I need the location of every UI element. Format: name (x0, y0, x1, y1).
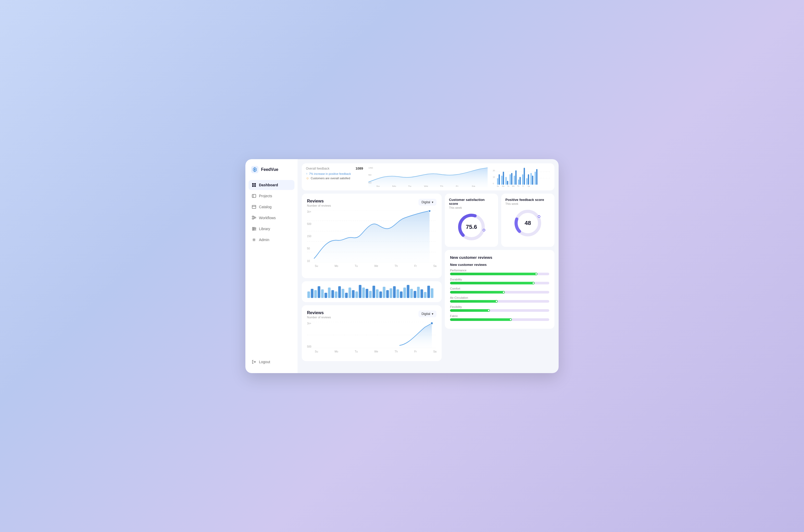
performance-label: Performance (450, 269, 549, 272)
svg-rect-84 (349, 287, 351, 298)
svg-rect-57 (536, 169, 538, 185)
sidebar-item-library[interactable]: Library (248, 224, 295, 234)
reviews-subtitle: Number of reviews (307, 204, 331, 207)
svg-point-21 (254, 239, 255, 240)
rating-comfort: Comfort (450, 287, 549, 293)
sidebar-item-projects[interactable]: Projects (248, 191, 295, 201)
svg-rect-51 (524, 168, 525, 185)
x2-fr: Fr (414, 350, 417, 353)
svg-text:Su: Su (376, 185, 379, 187)
svg-rect-40 (501, 176, 503, 185)
reviews-header-2: Reviews Number of reviews Digital ▾ (307, 310, 436, 319)
svg-rect-77 (324, 293, 327, 298)
right-column: Customer satisfaction score This week (445, 194, 555, 361)
feedback-item-1: ↑ 7% increase in positive feedback (306, 172, 363, 176)
svg-text:0: 0 (493, 183, 494, 185)
reviews-line-chart: 1k+ 500 150 50 10 (307, 210, 436, 273)
svg-rect-55 (532, 176, 533, 185)
digital-dropdown[interactable]: Digital ▾ (418, 199, 436, 206)
sidebar-item-workflows[interactable]: Workflows (248, 213, 295, 223)
svg-rect-94 (383, 287, 385, 298)
rating-flexibility: Flexibility (450, 305, 549, 312)
digital-dropdown-2[interactable]: Digital ▾ (418, 310, 436, 317)
svg-rect-72 (307, 291, 310, 298)
fabric-label: Fabric (450, 315, 549, 318)
svg-rect-105 (420, 289, 423, 298)
svg-rect-13 (254, 217, 256, 218)
top-partial-card: Overall feedback 1089 ↑ 7% increase in p… (302, 163, 555, 190)
performance-bar-fill (450, 273, 537, 275)
top-partial-left: Overall feedback 1089 ↑ 7% increase in p… (306, 167, 363, 181)
svg-text:Tu: Tu (408, 185, 411, 187)
svg-rect-47 (515, 170, 517, 185)
positive-donut: 48 (505, 207, 550, 239)
rating-air-circulation: Air-Circulation (450, 296, 549, 303)
x-th: Th (395, 265, 398, 267)
svg-rect-102 (410, 289, 413, 298)
sidebar-dashboard-label: Dashboard (259, 183, 278, 187)
flexibility-dot (487, 309, 490, 312)
svg-text:10: 10 (493, 176, 495, 178)
x2-su: Su (315, 350, 318, 353)
admin-icon (251, 238, 256, 242)
y2-label-500: 500 (307, 345, 315, 348)
smile-icon: ☺ (306, 176, 309, 180)
svg-rect-38 (497, 178, 498, 185)
svg-rect-42 (505, 177, 507, 185)
svg-rect-53 (528, 174, 529, 185)
svg-rect-108 (431, 288, 433, 298)
svg-rect-80 (335, 291, 337, 298)
feedback-text-2: Customers are overall satisfied (311, 177, 350, 180)
flexibility-bar-bg (450, 309, 549, 312)
main-grid: Reviews Number of reviews Digital ▾ (302, 194, 555, 361)
svg-text:Th: Th (517, 185, 519, 187)
svg-point-71 (428, 210, 431, 212)
svg-rect-101 (407, 285, 409, 298)
svg-text:Fr: Fr (456, 185, 459, 187)
positive-value: 48 (525, 220, 531, 226)
fabric-dot (509, 318, 512, 321)
svg-text:150: 150 (368, 167, 373, 169)
sidebar-item-dashboard[interactable]: Dashboard (248, 180, 295, 190)
svg-rect-6 (252, 185, 254, 187)
svg-rect-39 (499, 174, 500, 185)
svg-point-115 (483, 229, 485, 231)
svg-rect-18 (253, 227, 253, 230)
svg-text:We: We (512, 185, 515, 187)
satisfaction-donut: 75.6 (449, 211, 494, 243)
svg-rect-82 (342, 289, 344, 298)
svg-rect-4 (252, 183, 254, 185)
dropdown-label: Digital (422, 201, 430, 204)
durability-bar-bg (450, 282, 549, 284)
svg-rect-96 (390, 288, 392, 298)
scores-row: Customer satisfaction score This week (445, 194, 555, 247)
svg-rect-73 (311, 289, 314, 298)
satisfaction-title: Customer satisfaction score (449, 198, 494, 206)
reviews-title: Reviews (307, 199, 331, 204)
logout-label: Logout (259, 360, 270, 364)
projects-icon (251, 194, 256, 198)
sidebar-item-catalog[interactable]: Catalog (248, 202, 295, 212)
svg-rect-75 (318, 286, 320, 298)
svg-point-112 (431, 322, 433, 325)
svg-rect-5 (254, 183, 256, 185)
comfort-bar-fill (450, 291, 505, 293)
svg-rect-83 (345, 293, 348, 298)
y-label-150: 150 (307, 235, 314, 238)
fabric-bar-bg (450, 318, 549, 321)
svg-rect-92 (376, 289, 378, 298)
svg-rect-106 (424, 292, 427, 298)
sidebar-item-admin[interactable]: Admin (248, 235, 295, 245)
svg-rect-90 (369, 291, 372, 298)
positive-title: Positive feedback score (505, 198, 550, 202)
svg-rect-50 (522, 174, 523, 185)
x2-we: We (374, 350, 378, 353)
svg-rect-93 (379, 291, 382, 298)
x-fr: Fr (414, 265, 417, 267)
logout-button[interactable]: Logout (248, 357, 295, 367)
library-icon (251, 226, 256, 231)
svg-rect-11 (252, 216, 254, 217)
svg-rect-87 (359, 285, 361, 298)
air-circulation-dot (495, 300, 498, 303)
positive-subtitle: This week (505, 202, 550, 205)
